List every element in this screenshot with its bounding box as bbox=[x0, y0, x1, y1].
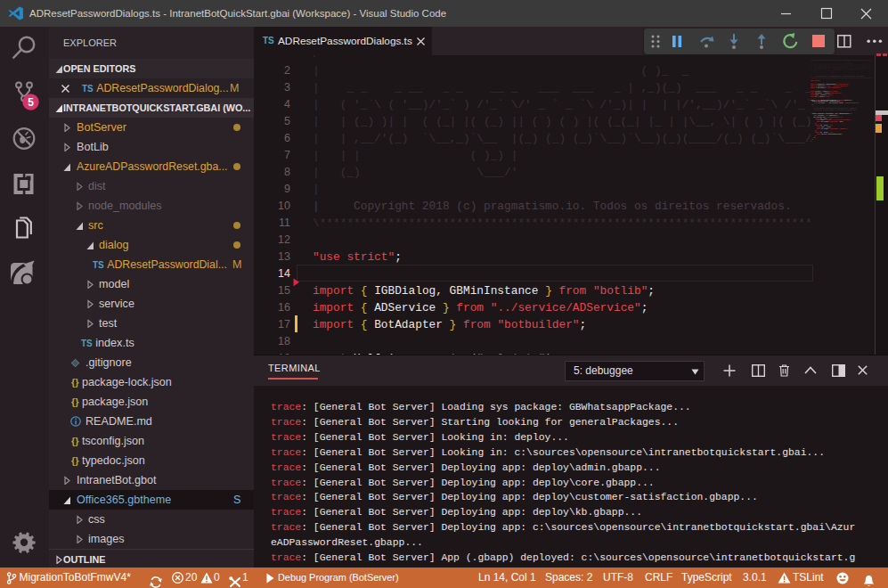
svg-text:5: 5 bbox=[28, 96, 34, 109]
